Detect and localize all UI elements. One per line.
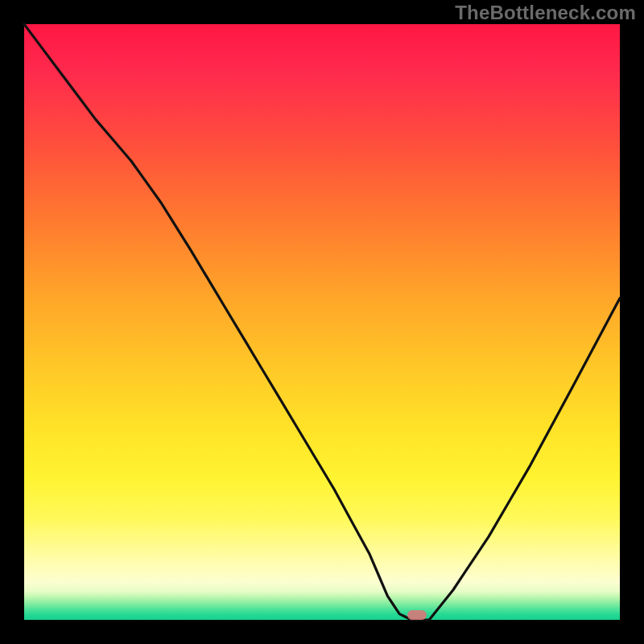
watermark-text: TheBottleneck.com bbox=[0, 2, 644, 24]
chart-frame: TheBottleneck.com bbox=[0, 0, 644, 644]
optimal-point-marker bbox=[407, 610, 427, 620]
bottleneck-curve bbox=[24, 24, 620, 620]
curve-svg bbox=[24, 24, 620, 620]
